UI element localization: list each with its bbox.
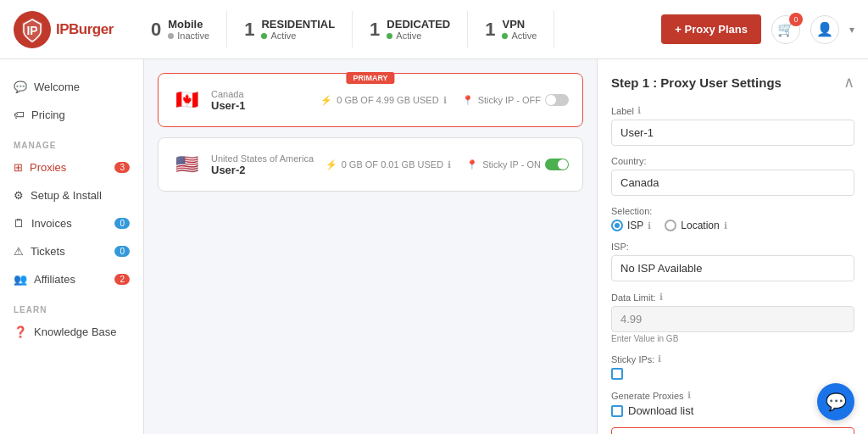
sidebar-item-setup[interactable]: ⚙ Setup & Install xyxy=(0,181,143,209)
isp-info-icon: ℹ xyxy=(648,220,651,231)
user-button[interactable]: 👤 xyxy=(810,15,839,44)
proxy-name-2: User-2 xyxy=(211,164,315,176)
data-limit-info-icon: ℹ xyxy=(659,292,663,303)
tab-residential-status: Active xyxy=(261,31,335,41)
sidebar-item-proxies-label: Proxies xyxy=(30,161,66,174)
sidebar-item-knowledge-label: Knowledge Base xyxy=(34,326,117,338)
radio-isp[interactable]: ISP ℹ xyxy=(611,220,651,231)
tab-vpn-status-dot xyxy=(502,33,508,39)
location-info-icon: ℹ xyxy=(724,220,727,231)
country-group: Country: xyxy=(611,156,854,196)
sticky-ips-group: Sticky IPs: ℹ xyxy=(611,353,854,380)
proxy-plans-button[interactable]: + Proxy Plans xyxy=(661,14,761,44)
sidebar-item-pricing-label: Pricing xyxy=(31,108,65,121)
data-icon-1: ⚡ xyxy=(320,95,332,106)
tab-dedicated[interactable]: 1 DEDICATED Active xyxy=(353,11,468,47)
sticky-ips-checkbox[interactable] xyxy=(611,368,623,380)
sticky-toggle-2[interactable]: 📍 Sticky IP - ON xyxy=(466,159,569,170)
proxy-country-1: Canada xyxy=(211,89,310,99)
sidebar-item-invoices[interactable]: 🗒 Invoices 0 xyxy=(0,209,143,237)
sidebar: 💬 Welcome 🏷 Pricing MANAGE ⊞ Proxies 3 ⚙… xyxy=(0,59,144,434)
save-button[interactable]: 💾 Save xyxy=(611,427,854,434)
sidebar-item-welcome-label: Welcome xyxy=(34,81,80,93)
toggle-on-2[interactable] xyxy=(545,159,569,170)
info-icon-1: ℹ xyxy=(443,95,447,106)
proxy-name-1: User-1 xyxy=(211,99,310,112)
sidebar-item-affiliates[interactable]: 👥 Affiliates 2 xyxy=(0,265,143,293)
proxy-data-label-1: 0 GB OF 4.99 GB USED xyxy=(337,95,438,105)
generate-proxies-info-icon: ℹ xyxy=(687,390,691,401)
tab-vpn-name: VPN xyxy=(502,18,537,31)
tab-mobile[interactable]: 0 Mobile Inactive xyxy=(134,11,227,47)
proxy-meta-1: ⚡ 0 GB OF 4.99 GB USED ℹ 📍 Sticky IP - O… xyxy=(320,94,569,106)
sidebar-item-affiliates-label: Affiliates xyxy=(34,273,75,286)
tab-vpn[interactable]: 1 VPN Active xyxy=(468,11,554,47)
country-input[interactable] xyxy=(611,170,854,196)
isp-field-label: ISP: xyxy=(611,242,854,252)
radio-location-label: Location xyxy=(681,220,719,231)
panel-header: Step 1 : Proxy User Settings ∧ xyxy=(611,73,854,92)
selection-field-label: Selection: xyxy=(611,206,854,216)
logo-text: IPBurger xyxy=(56,21,114,38)
right-panel: Step 1 : Proxy User Settings ∧ Label ℹ C… xyxy=(597,59,868,434)
logo: IP IPBurger xyxy=(14,11,124,48)
tab-dedicated-status-dot xyxy=(387,33,392,39)
cart-button[interactable]: 🛒 0 xyxy=(771,15,800,44)
setup-icon: ⚙ xyxy=(14,189,24,202)
sidebar-item-welcome[interactable]: 💬 Welcome xyxy=(0,73,143,101)
main-layout: 💬 Welcome 🏷 Pricing MANAGE ⊞ Proxies 3 ⚙… xyxy=(0,59,868,434)
info-icon-2: ℹ xyxy=(448,159,451,170)
proxy-meta-2: ⚡ 0 GB OF 0.01 GB USED ℹ 📍 Sticky IP - O… xyxy=(326,159,569,170)
affiliates-badge: 2 xyxy=(114,274,130,285)
proxies-badge: 3 xyxy=(114,162,130,173)
sidebar-item-proxies[interactable]: ⊞ Proxies 3 xyxy=(0,153,143,181)
radio-isp-label: ISP xyxy=(627,220,643,231)
country-field-label: Country: xyxy=(611,156,854,166)
toggle-off-1[interactable] xyxy=(545,94,569,106)
sticky-ip-label-1: Sticky IP - OFF xyxy=(478,95,541,105)
download-list-label: Download list xyxy=(628,404,693,417)
proxy-card-2[interactable]: 🇺🇸 United States of America User-2 ⚡ 0 G… xyxy=(158,137,583,192)
sidebar-item-tickets-label: Tickets xyxy=(31,245,65,258)
download-list-checkbox[interactable] xyxy=(611,405,623,417)
sidebar-item-setup-label: Setup & Install xyxy=(31,189,102,202)
header: IP IPBurger 0 Mobile Inactive 1 RESIDENT… xyxy=(0,0,868,59)
sidebar-item-invoices-label: Invoices xyxy=(31,217,72,230)
tab-residential[interactable]: 1 RESIDENTIAL Active xyxy=(227,11,353,47)
proxy-list: 🇨🇦 Canada User-1 ⚡ 0 GB OF 4.99 GB USED … xyxy=(144,59,597,434)
svg-text:IP: IP xyxy=(26,24,37,37)
proxy-card-wrapper-2: 🇺🇸 United States of America User-2 ⚡ 0 G… xyxy=(158,137,583,192)
invoices-icon: 🗒 xyxy=(14,217,25,230)
tab-dedicated-name: DEDICATED xyxy=(387,18,450,31)
data-icon-2: ⚡ xyxy=(326,159,337,170)
proxy-info-2: United States of America User-2 xyxy=(211,153,315,176)
learn-section-label: LEARN xyxy=(0,293,143,318)
tab-residential-status-dot xyxy=(261,33,267,39)
sidebar-item-knowledge[interactable]: ❓ Knowledge Base xyxy=(0,318,143,346)
collapse-icon[interactable]: ∧ xyxy=(843,73,854,92)
proxy-flag-1: 🇨🇦 xyxy=(172,86,201,114)
radio-location-dot xyxy=(665,220,676,231)
tab-vpn-status: Active xyxy=(502,31,537,41)
radio-isp-dot xyxy=(611,220,623,231)
chat-button[interactable]: 💬 xyxy=(817,383,854,420)
isp-input[interactable] xyxy=(611,255,854,281)
data-limit-group: Data Limit: ℹ Enter Value in GB xyxy=(611,292,854,343)
radio-location[interactable]: Location ℹ xyxy=(665,220,726,231)
chevron-down-icon[interactable]: ▾ xyxy=(849,24,854,36)
content: 🇨🇦 Canada User-1 ⚡ 0 GB OF 4.99 GB USED … xyxy=(144,59,868,434)
sticky-toggle-1[interactable]: 📍 Sticky IP - OFF xyxy=(462,94,569,106)
label-input[interactable] xyxy=(611,120,854,146)
cart-badge: 0 xyxy=(789,13,803,26)
proxy-country-2: United States of America xyxy=(211,153,315,164)
sidebar-item-pricing[interactable]: 🏷 Pricing xyxy=(0,101,143,129)
label-info-icon: ℹ xyxy=(637,105,641,116)
sticky-ips-info-icon: ℹ xyxy=(658,353,661,364)
toggle-thumb-1 xyxy=(546,95,556,105)
sticky-ip-label-2: Sticky IP - ON xyxy=(482,159,541,170)
sidebar-item-tickets[interactable]: ⚠ Tickets 0 xyxy=(0,237,143,265)
proxy-data-label-2: 0 GB OF 0.01 GB USED xyxy=(342,159,443,170)
manage-section-label: MANAGE xyxy=(0,129,143,153)
proxy-data-1: ⚡ 0 GB OF 4.99 GB USED ℹ xyxy=(320,95,446,106)
tab-dedicated-info: DEDICATED Active xyxy=(387,18,450,41)
